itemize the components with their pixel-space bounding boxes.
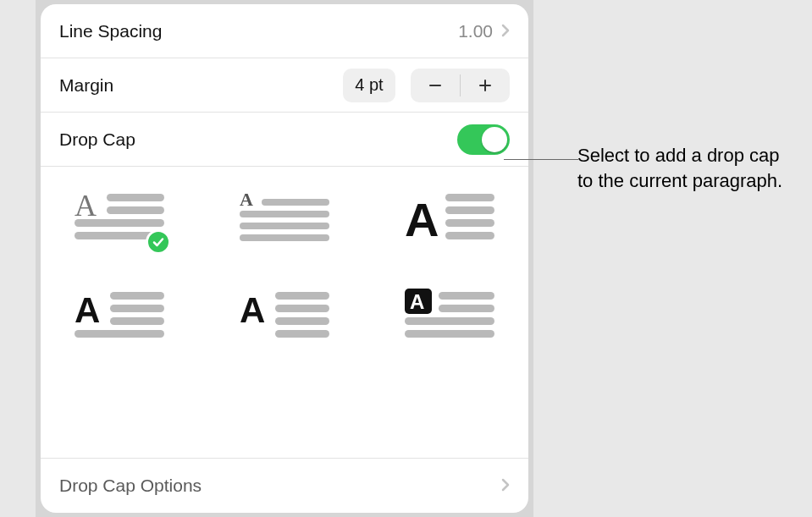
svg-rect-13: [445, 194, 494, 201]
margin-controls: 4 pt: [343, 69, 510, 102]
svg-rect-3: [107, 194, 164, 201]
svg-rect-0: [429, 85, 441, 86]
callout-leader: [504, 159, 578, 160]
chevron-right-icon: [501, 20, 510, 42]
svg-rect-31: [405, 330, 494, 338]
drop-cap-label: Drop Cap: [59, 129, 135, 150]
line-spacing-value-group: 1.00: [458, 20, 510, 42]
svg-rect-10: [240, 223, 329, 229]
drop-cap-options-label: Drop Cap Options: [59, 476, 202, 496]
svg-rect-14: [445, 206, 494, 214]
chevron-right-icon: [501, 475, 510, 497]
drop-cap-styles-grid: A A: [59, 190, 510, 346]
check-icon: [146, 229, 171, 255]
dropcap-style-2line-fill[interactable]: A: [75, 190, 164, 248]
svg-rect-4: [107, 206, 164, 214]
svg-rect-9: [240, 211, 329, 217]
drop-cap-row: Drop Cap: [41, 113, 528, 167]
margin-increment-button[interactable]: [461, 69, 510, 102]
dropcap-style-bold-4line[interactable]: A: [405, 190, 494, 248]
svg-rect-29: [439, 305, 494, 312]
svg-rect-28: [439, 292, 494, 300]
line-spacing-row[interactable]: Line Spacing 1.00: [41, 4, 528, 58]
drop-cap-styles-area: A A: [41, 167, 528, 459]
margin-stepper: [411, 69, 510, 102]
svg-text:A: A: [240, 290, 265, 330]
svg-rect-21: [75, 330, 164, 338]
svg-rect-15: [445, 219, 494, 227]
svg-text:A: A: [240, 190, 253, 210]
margin-row: Margin 4 pt: [41, 58, 528, 113]
svg-rect-30: [405, 317, 494, 325]
callout-text: Select to add a drop cap to the current …: [577, 143, 787, 193]
svg-rect-11: [240, 234, 329, 241]
svg-rect-19: [110, 305, 164, 312]
line-spacing-value: 1.00: [458, 21, 493, 41]
toggle-knob: [482, 127, 507, 152]
dropcap-style-boxed[interactable]: A: [405, 289, 494, 346]
svg-rect-24: [275, 305, 329, 312]
dropcap-style-bold-hanging[interactable]: A: [240, 289, 329, 346]
svg-rect-2: [484, 80, 486, 91]
svg-text:A: A: [410, 290, 424, 313]
svg-rect-25: [275, 317, 329, 325]
svg-text:A: A: [75, 190, 97, 223]
margin-label: Margin: [59, 75, 113, 96]
svg-text:A: A: [405, 193, 439, 246]
svg-rect-8: [262, 199, 329, 206]
drop-cap-options-row[interactable]: Drop Cap Options: [41, 459, 528, 513]
svg-text:A: A: [75, 290, 100, 330]
format-panel-frame: Line Spacing 1.00 Margin 4 pt: [36, 0, 533, 517]
drop-cap-toggle[interactable]: [457, 124, 510, 155]
format-panel: Line Spacing 1.00 Margin 4 pt: [41, 4, 528, 513]
margin-decrement-button[interactable]: [411, 69, 460, 102]
svg-rect-18: [110, 292, 164, 300]
svg-rect-26: [275, 330, 329, 338]
dropcap-style-small-raised[interactable]: A: [240, 190, 329, 248]
dropcap-style-bold-3line-fill[interactable]: A: [75, 289, 164, 346]
svg-rect-16: [445, 232, 494, 239]
svg-rect-23: [275, 292, 329, 300]
svg-rect-20: [110, 317, 164, 325]
line-spacing-label: Line Spacing: [59, 21, 162, 41]
margin-value[interactable]: 4 pt: [343, 69, 395, 102]
